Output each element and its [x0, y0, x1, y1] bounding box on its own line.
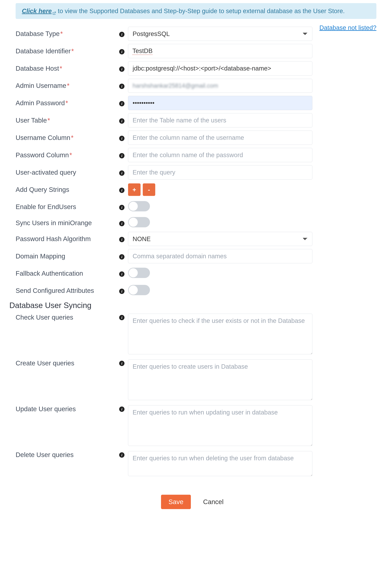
info-icon[interactable]: i — [119, 315, 125, 320]
info-icon[interactable]: i — [119, 49, 125, 54]
admin-username-input[interactable]: harshshankar25814@gmail.com — [128, 79, 312, 93]
cancel-button[interactable]: Cancel — [196, 495, 231, 509]
row-send-configured-attrs: Send Configured Attributes i — [16, 282, 376, 299]
sync-users-toggle[interactable] — [128, 217, 150, 227]
label-domain-mapping: Domain Mapping — [16, 253, 116, 260]
info-icon[interactable]: i — [119, 84, 125, 89]
fallback-auth-toggle[interactable] — [128, 268, 150, 278]
database-type-select[interactable]: PostgresSQL — [128, 27, 312, 41]
label-database-host: Database Host* — [16, 65, 116, 72]
row-delete-user-queries: Delete User queries i — [16, 449, 376, 479]
click-here-link[interactable]: Click here — [22, 8, 56, 15]
info-icon[interactable]: i — [119, 66, 125, 72]
label-add-query-strings: Add Query Strings — [16, 186, 116, 194]
row-create-user-queries: Create User queries i — [16, 357, 376, 403]
row-admin-username: Admin Username* i harshshankar25814@gmai… — [16, 77, 376, 94]
info-icon[interactable]: i — [119, 205, 125, 210]
label-admin-username: Admin Username* — [16, 82, 116, 89]
label-password-hash: Password Hash Algorithm — [16, 235, 116, 243]
row-check-user-queries: Check User queries i — [16, 312, 376, 357]
user-activated-query-input[interactable] — [128, 165, 312, 179]
row-database-host: Database Host* i — [16, 60, 376, 77]
save-button[interactable]: Save — [161, 495, 191, 509]
check-user-queries-textarea[interactable] — [128, 314, 312, 354]
info-icon[interactable]: i — [119, 32, 125, 37]
label-create-user-queries: Create User queries — [16, 359, 116, 367]
footer-buttons: Save Cancel — [16, 495, 376, 515]
domain-mapping-input[interactable] — [128, 249, 312, 263]
delete-user-queries-textarea[interactable] — [128, 451, 312, 476]
send-configured-attrs-toggle[interactable] — [128, 285, 150, 295]
external-link-icon — [52, 10, 56, 13]
label-user-table: User Table* — [16, 117, 116, 124]
create-user-queries-textarea[interactable] — [128, 359, 312, 400]
row-database-identifier: Database Identifier* i TestDB — [16, 42, 376, 60]
banner-rest: to view the Supported Databases and Step… — [56, 8, 345, 15]
add-query-minus-button[interactable]: - — [143, 183, 155, 196]
info-icon[interactable]: i — [119, 136, 125, 141]
row-password-column: Password Column* i — [16, 146, 376, 164]
click-here-text: Click here — [22, 8, 52, 15]
label-send-configured-attrs: Send Configured Attributes — [16, 287, 116, 294]
row-update-user-queries: Update User queries i — [16, 403, 376, 449]
row-admin-password: Admin Password* i — [16, 94, 376, 112]
form-container: Click here to view the Supported Databas… — [0, 3, 392, 515]
row-user-activated-query: User-activated query i — [16, 164, 376, 181]
row-password-hash: Password Hash Algorithm i NONE — [16, 230, 376, 248]
database-identifier-input[interactable] — [128, 44, 312, 58]
info-icon[interactable]: i — [119, 406, 125, 412]
info-icon[interactable]: i — [119, 289, 125, 294]
admin-password-input[interactable] — [128, 96, 312, 110]
database-not-listed-link[interactable]: Database not listed? — [319, 24, 376, 31]
label-password-column: Password Column* — [16, 151, 116, 159]
label-delete-user-queries: Delete User queries — [16, 451, 116, 459]
user-table-input[interactable] — [128, 113, 312, 127]
info-icon[interactable]: i — [119, 271, 125, 277]
label-sync-users: Sync Users in miniOrange — [16, 219, 116, 227]
info-icon[interactable]: i — [119, 361, 125, 366]
update-user-queries-textarea[interactable] — [128, 405, 312, 446]
section-title-db-user-syncing: Database User Syncing — [9, 301, 116, 310]
label-fallback-auth: Fallback Authentication — [16, 270, 116, 277]
info-icon[interactable]: i — [119, 188, 125, 193]
row-sync-users: Sync Users in miniOrange i — [16, 215, 376, 230]
add-query-plus-button[interactable]: + — [128, 183, 140, 196]
label-username-column: Username Column* — [16, 134, 116, 142]
label-enable-endusers: Enable for EndUsers — [16, 203, 116, 211]
label-admin-password: Admin Password* — [16, 99, 116, 107]
password-hash-select[interactable]: NONE — [128, 232, 312, 246]
row-domain-mapping: Domain Mapping i — [16, 248, 376, 265]
row-username-column: Username Column* i — [16, 129, 376, 146]
label-database-type: Database Type* — [16, 30, 116, 38]
info-icon[interactable]: i — [119, 254, 125, 260]
row-enable-endusers: Enable for EndUsers i — [16, 198, 376, 215]
password-column-input[interactable] — [128, 148, 312, 162]
row-user-table: User Table* i — [16, 112, 376, 129]
label-update-user-queries: Update User queries — [16, 405, 116, 413]
info-icon[interactable]: i — [119, 221, 125, 226]
info-icon[interactable]: i — [119, 101, 125, 106]
info-icon[interactable]: i — [119, 118, 125, 124]
database-host-input[interactable] — [128, 61, 312, 75]
label-check-user-queries: Check User queries — [16, 314, 116, 321]
info-icon[interactable]: i — [119, 153, 125, 158]
info-icon[interactable]: i — [119, 452, 125, 458]
username-column-input[interactable] — [128, 131, 312, 145]
info-icon[interactable]: i — [119, 170, 125, 176]
label-user-activated-query: User-activated query — [16, 169, 116, 176]
info-banner: Click here to view the Supported Databas… — [16, 3, 376, 19]
row-add-query-strings: Add Query Strings i + - — [16, 181, 376, 198]
row-fallback-auth: Fallback Authentication i — [16, 265, 376, 282]
info-icon[interactable]: i — [119, 237, 125, 242]
enable-endusers-toggle[interactable] — [128, 201, 150, 211]
label-database-identifier: Database Identifier* — [16, 47, 116, 55]
